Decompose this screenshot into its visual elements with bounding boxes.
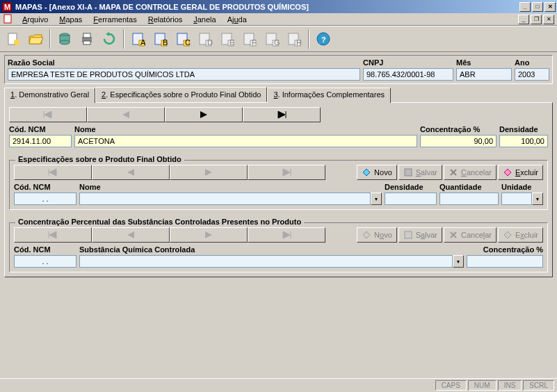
novo-button[interactable]: Novo [357, 165, 397, 180]
doc-icon [3, 14, 14, 25]
svg-text:M: M [4, 3, 10, 11]
menu-relatorios[interactable]: Relatórios [143, 15, 188, 24]
menu-janela[interactable]: Janela [188, 15, 221, 24]
g3-first-button[interactable] [14, 227, 92, 243]
h-dens: Densidade [499, 125, 548, 133]
open-folder-icon[interactable] [25, 28, 46, 49]
prev-button[interactable] [87, 107, 165, 122]
g3-h-conc: Concentração % [467, 245, 543, 254]
new-file-icon[interactable] [3, 28, 24, 49]
report-h-icon[interactable]: H [284, 28, 305, 49]
group-concentracao-legend: Concentração Percentual das Substâncias … [15, 218, 304, 226]
chevron-down-icon[interactable]: ▼ [532, 193, 543, 205]
g2-next-button[interactable] [170, 165, 248, 180]
report-a-icon[interactable]: A [128, 28, 149, 49]
report-g-icon[interactable]: G [261, 28, 282, 49]
next-button[interactable] [165, 107, 243, 122]
razao-label: Razão Social [8, 58, 360, 67]
svg-rect-37 [405, 169, 412, 176]
delete-icon [503, 168, 512, 177]
report-f-icon[interactable]: F [239, 28, 260, 49]
close-button[interactable]: ✕ [544, 2, 556, 12]
report-e-icon[interactable]: E [217, 28, 238, 49]
svg-text:B: B [163, 38, 168, 47]
excluir-button[interactable]: Excluir [498, 165, 543, 180]
cancelar-button[interactable]: Cancelar [444, 165, 497, 180]
toolbar: A B C D E F G H ? [0, 26, 557, 52]
g3-substancia-dropdown[interactable]: ▼ [79, 255, 464, 268]
g3-cancelar-button[interactable]: Cancelar [444, 227, 497, 243]
svg-rect-10 [83, 41, 90, 44]
menu-ajuda[interactable]: Ajuda [222, 15, 252, 24]
menu-mapas[interactable]: Mapas [54, 15, 88, 24]
minimize-button[interactable]: _ [519, 2, 531, 12]
save-icon [403, 168, 413, 177]
status-scrl: SCRL [523, 380, 554, 391]
first-button[interactable] [9, 107, 87, 122]
tab-bar: 1. Demonstrativo Geral 2. Especificações… [4, 87, 553, 102]
g2-quantidade-input[interactable] [439, 193, 499, 205]
menu-arquivo[interactable]: Arquivo [17, 15, 54, 24]
g3-next-button[interactable] [170, 227, 248, 243]
delete-icon [503, 230, 512, 240]
g3-concentracao-input[interactable] [467, 255, 543, 268]
group-especificacoes: Especificações sobre o Produto Final Obt… [9, 160, 548, 210]
mdi-close-button[interactable]: ✕ [543, 15, 554, 24]
salvar-button[interactable]: Salvar [398, 165, 442, 180]
g2-last-button[interactable] [248, 165, 325, 180]
svg-text:G: G [274, 38, 280, 47]
razao-field: EMPRESA TESTE DE PRODUTOS QUÍMICOS LTDA [8, 68, 360, 81]
header-panel: Razão Social EMPRESA TESTE DE PRODUTOS Q… [4, 55, 553, 84]
title-bar: M MAPAS - [Anexo XI-A - MAPA DE CONTROLE… [0, 0, 557, 13]
svg-rect-9 [83, 33, 90, 38]
mdi-minimize-button[interactable]: _ [518, 15, 529, 24]
cnpj-field: 98.765.432/0001-98 [363, 68, 453, 81]
tab-demonstrativo[interactable]: 1. Demonstrativo Geral [4, 88, 95, 103]
help-icon[interactable]: ? [313, 28, 334, 49]
g2-h-qtd: Quantidade [439, 183, 499, 191]
g2-unidade-dropdown[interactable]: ▼ [501, 193, 543, 205]
report-b-icon[interactable]: B [150, 28, 171, 49]
refresh-icon[interactable] [99, 28, 120, 49]
app-icon: M [1, 1, 13, 13]
g2-h-ncm: Cód. NCM [14, 183, 76, 191]
group-especificacoes-legend: Especificações sobre o Produto Final Obt… [15, 155, 184, 163]
database-icon[interactable] [54, 28, 75, 49]
g2-densidade-input[interactable] [385, 193, 437, 205]
content-area: Razão Social EMPRESA TESTE DE PRODUTOS Q… [0, 52, 557, 280]
g3-prev-button[interactable] [92, 227, 170, 243]
report-c-icon[interactable]: C [172, 28, 193, 49]
g2-h-unid: Unidade [501, 183, 543, 191]
save-icon [403, 230, 413, 240]
svg-rect-38 [405, 231, 412, 238]
menu-ferramentas[interactable]: Ferramentas [88, 15, 142, 24]
group-concentracao: Concentração Percentual das Substâncias … [9, 222, 548, 272]
status-num: NUM [468, 380, 497, 391]
svg-text:?: ? [321, 35, 326, 44]
diamond-icon [362, 168, 371, 177]
g3-ncm-input[interactable]: . . [14, 255, 76, 268]
svg-text:D: D [207, 38, 213, 47]
g2-nome-dropdown[interactable]: ▼ [79, 193, 382, 205]
tab-informacoes[interactable]: 3. Informações Complementares [267, 88, 391, 103]
tab-especificacoes[interactable]: 2. Especificações sobre o Produto Final … [95, 87, 267, 102]
g3-novo-button[interactable]: Novo [357, 227, 397, 243]
chevron-down-icon[interactable]: ▼ [453, 255, 464, 268]
g2-first-button[interactable] [14, 165, 92, 180]
last-button[interactable] [243, 107, 321, 122]
g3-excluir-button[interactable]: Excluir [498, 227, 543, 243]
svg-text:A: A [140, 38, 146, 47]
print-icon[interactable] [76, 28, 97, 49]
ncm-value: 2914.11.00 [9, 135, 72, 147]
window-title: MAPAS - [Anexo XI-A - MAPA DE CONTROLE G… [15, 3, 519, 11]
h-conc: Concentração % [420, 125, 497, 133]
chevron-down-icon[interactable]: ▼ [371, 193, 382, 205]
report-d-icon[interactable]: D [195, 28, 216, 49]
mdi-restore-button[interactable]: ❐ [531, 15, 542, 24]
g3-salvar-button[interactable]: Salvar [398, 227, 442, 243]
g2-ncm-input[interactable]: . . [14, 193, 76, 205]
maximize-button[interactable]: □ [532, 2, 543, 12]
cancel-icon [449, 230, 458, 240]
g2-prev-button[interactable] [92, 165, 170, 180]
g3-last-button[interactable] [248, 227, 325, 243]
